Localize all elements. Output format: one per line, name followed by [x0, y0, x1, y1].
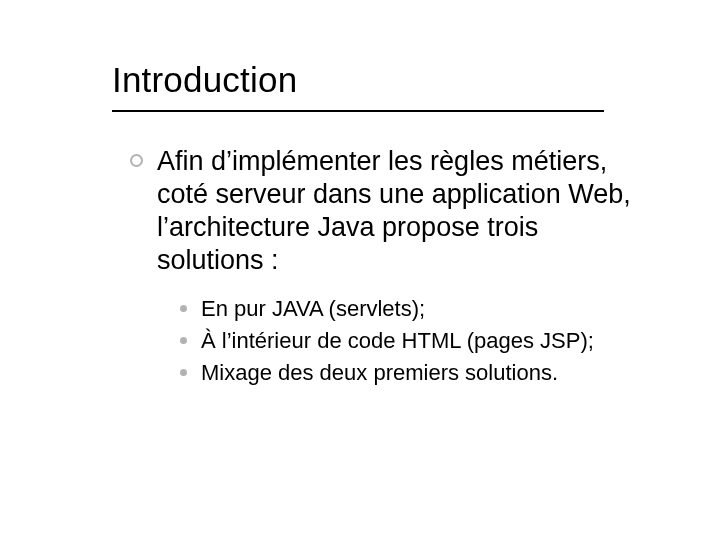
sub-item-text: À l’intérieur de code HTML (pages JSP);: [201, 327, 594, 355]
dot-bullet-icon: [180, 369, 187, 376]
sub-list: En pur JAVA (servlets); À l’intérieur de…: [180, 295, 640, 387]
bullet-text: Afin d’implémenter les règles métiers, c…: [157, 145, 640, 277]
list-item: En pur JAVA (servlets);: [180, 295, 640, 323]
slide: Introduction Afin d’implémenter les règl…: [0, 0, 720, 540]
dot-bullet-icon: [180, 305, 187, 312]
slide-body: Afin d’implémenter les règles métiers, c…: [130, 145, 640, 391]
list-item: À l’intérieur de code HTML (pages JSP);: [180, 327, 640, 355]
dot-bullet-icon: [180, 337, 187, 344]
sub-item-text: En pur JAVA (servlets);: [201, 295, 425, 323]
ring-bullet-icon: [130, 154, 143, 167]
sub-item-text: Mixage des deux premiers solutions.: [201, 359, 558, 387]
slide-title: Introduction: [112, 60, 297, 100]
bullet-row: Afin d’implémenter les règles métiers, c…: [130, 145, 640, 277]
list-item: Mixage des deux premiers solutions.: [180, 359, 640, 387]
title-underline: [112, 110, 604, 112]
